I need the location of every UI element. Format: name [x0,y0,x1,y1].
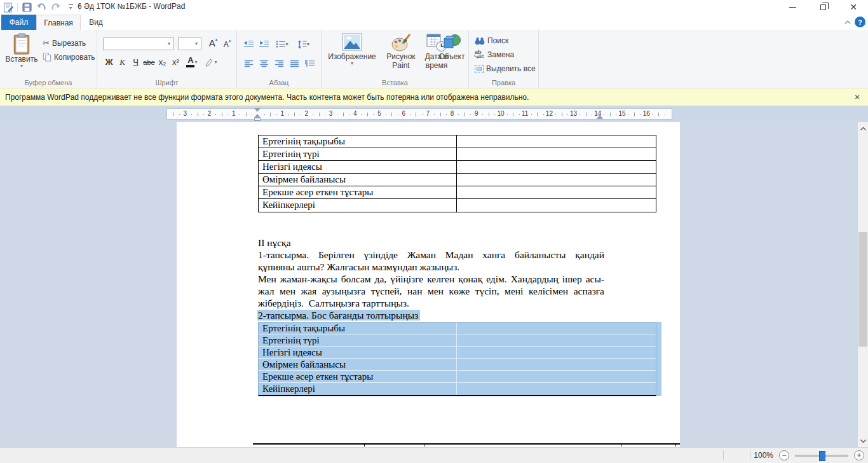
table-cell-label[interactable]: Өмірмен байланысы [259,359,457,370]
bold-button[interactable]: Ж [102,55,116,69]
increase-indent-button[interactable] [257,38,271,51]
ruler-tick [343,113,344,116]
replace-icon: ab ac [475,50,485,59]
table-cell-label[interactable]: Ертегінің тақырыбы [259,135,457,148]
ruler-tick [313,114,313,115]
strikethrough-button[interactable]: abe [142,55,156,69]
table-cell-label[interactable]: Ертегінің түрі [259,148,457,160]
table-cell-empty[interactable] [457,335,656,346]
align-justify-button[interactable] [288,57,301,70]
decrease-indent-button[interactable] [242,38,255,51]
subscript-button[interactable]: x₂ [156,55,169,69]
table-cell-label[interactable]: Ерекше әсер еткен тұстары [259,186,457,198]
select-all-button[interactable]: Выделить все [473,64,538,74]
help-icon[interactable]: ? [855,17,865,27]
table-cell-empty[interactable] [457,359,656,370]
text-highlight-button[interactable]: ▾ [201,55,220,69]
table-cell-empty[interactable] [457,322,656,334]
restore-button[interactable] [813,0,832,14]
document-page[interactable]: Ертегінің тақырыбы Ертегінің түрі Негізг… [177,122,680,447]
table-cell-empty[interactable] [457,371,656,382]
ruler-tick [422,114,423,115]
picture-icon [342,33,362,52]
select-all-label: Выделить все [486,64,536,73]
warning-close-icon[interactable]: ✕ [851,92,863,103]
table-cell-label[interactable]: Кейіпкерлері [259,383,457,395]
table-cell-label[interactable]: Ерекше әсер еткен тұстары [259,371,457,382]
close-button[interactable]: ✕ [844,0,863,14]
scrollbar-thumb[interactable] [858,232,867,347]
shrink-font-button[interactable]: А▾ [220,38,234,51]
redo-icon[interactable] [50,2,62,13]
ruler-tick [610,113,611,116]
zoom-out-button[interactable]: − [779,450,789,460]
table-cell-empty[interactable] [457,383,656,395]
save-icon[interactable] [21,2,32,13]
tab-home[interactable]: Главная [36,15,81,30]
table-cell-empty[interactable] [457,135,656,148]
picture-button[interactable]: Изображение ▾ [323,33,381,66]
table-cell-label[interactable]: Негізгі идеясы [259,161,457,173]
right-indent-marker[interactable] [597,114,603,119]
zoom-slider[interactable] [795,455,848,457]
table-cell-empty[interactable] [457,186,656,198]
table-cell-label[interactable]: Ертегінің түрі [259,335,457,346]
table-cell-empty[interactable] [457,161,656,173]
grow-font-button[interactable]: А▴ [207,36,220,50]
table-cell-empty[interactable] [457,347,656,358]
list-button[interactable]: ▾ [273,38,292,51]
underline-button[interactable]: Ч [129,55,142,69]
table-cell-empty[interactable] [457,199,656,212]
replace-button[interactable]: ab ac Замена [473,50,516,60]
wordpad-app-icon[interactable] [3,2,14,13]
object-button[interactable]: Объект [435,33,469,61]
zoom-slider-thumb[interactable] [819,451,825,461]
line-spacing-button[interactable]: ▾ [294,38,313,51]
vertical-scrollbar[interactable] [858,122,868,447]
undo-icon[interactable] [36,2,47,13]
first-line-indent-marker[interactable] [254,108,261,112]
find-label: Поиск [487,36,508,45]
cut-button[interactable]: ✂ Вырезать [41,38,88,48]
zoom-control: 100% − + [754,448,864,463]
font-size-combo[interactable]: ▾ [178,38,201,50]
table-cell-label[interactable]: Кейіпкерлері [259,199,457,212]
collapse-ribbon-icon[interactable] [843,18,853,27]
table-cell-empty[interactable] [457,148,656,160]
scroll-up-icon[interactable] [858,123,868,134]
font-color-button[interactable]: A ▾ [182,55,201,69]
table-cell-label[interactable]: Өмірмен байланысы [259,174,457,186]
scroll-down-icon[interactable] [858,436,868,446]
ruler-tick [276,114,277,115]
ruler-number: 3 [184,110,187,117]
find-button[interactable]: Поиск [473,36,510,46]
ruler-tick [665,114,665,115]
copy-button[interactable]: Копировать [41,52,97,62]
paste-button[interactable]: Вставить ▾ [5,33,38,69]
paint-label-line1: Рисунок [386,52,415,61]
italic-button[interactable]: К [116,55,129,69]
ruler-tick [531,114,532,115]
tab-view[interactable]: Вид [81,15,111,30]
ruler-tick [543,114,544,115]
table-cell-empty[interactable] [457,174,656,186]
font-name-combo[interactable]: ▾ [103,38,174,50]
table-cell-label[interactable]: Негізгі идеясы [259,347,457,358]
align-center-button[interactable] [257,57,271,70]
ruler-number: 11 [522,110,528,117]
left-indent-marker[interactable] [254,118,261,121]
table-cell-label[interactable]: Ертегінің тақырыбы [259,322,457,334]
tab-file[interactable]: Файл [1,15,36,30]
paint-drawing-button[interactable]: Рисунок Paint [383,33,419,70]
ruler-tick [592,114,592,115]
qat-customize-icon[interactable]: ▾ [65,2,76,13]
table-row: Өмірмен байланысы [259,174,656,186]
superscript-button[interactable]: x² [169,55,182,69]
align-right-button[interactable] [273,57,286,70]
align-left-button[interactable] [242,57,255,70]
ruler-tick [465,113,465,116]
fairy-tale-table: Ертегінің тақырыбы Ертегінің түрі Негізг… [258,135,656,212]
minimize-button[interactable] [783,0,802,14]
paragraph-dialog-button[interactable] [303,57,316,70]
zoom-in-button[interactable]: + [854,450,864,460]
